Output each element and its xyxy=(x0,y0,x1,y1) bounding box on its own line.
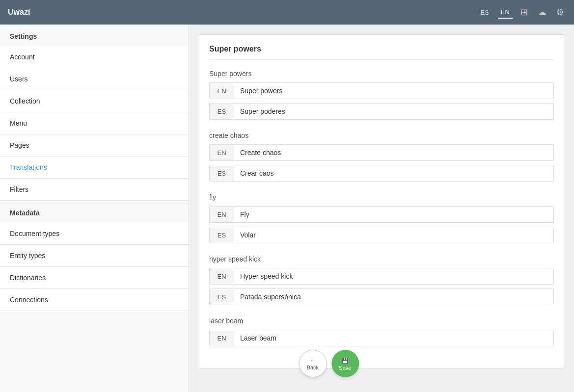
lang-tag: ES xyxy=(210,166,234,181)
back-button[interactable]: ← Back xyxy=(299,350,327,377)
lang-es-button[interactable]: ES xyxy=(478,7,492,18)
translation-input[interactable] xyxy=(234,227,553,243)
sidebar-item-translations[interactable]: Translations xyxy=(0,157,189,179)
back-arrow-icon: ← xyxy=(310,358,315,364)
metadata-section-title: Metadata xyxy=(0,201,189,223)
translations-card: Super powers Super powersENEScreate chao… xyxy=(199,34,564,368)
translation-row: EN xyxy=(209,144,554,161)
translation-row: ES xyxy=(209,165,554,182)
translation-row: ES xyxy=(209,288,554,305)
sidebar-item-account[interactable]: Account xyxy=(0,46,189,68)
sidebar-item-connections[interactable]: Connections xyxy=(0,289,189,311)
lang-tag: ES xyxy=(210,104,234,119)
translation-group: laser beamEN xyxy=(209,317,554,346)
translation-row: EN xyxy=(209,268,554,285)
app-logo: Uwazi xyxy=(8,8,478,17)
sidebar-item-menu[interactable]: Menu xyxy=(0,112,189,134)
translation-row: EN xyxy=(209,82,554,99)
translation-group: Super powersENES xyxy=(209,70,554,120)
lang-tag: EN xyxy=(210,331,234,346)
lang-tag: EN xyxy=(210,269,234,284)
group-label: hyper speed kick xyxy=(209,255,554,263)
sidebar-item-entity-types[interactable]: Entity types xyxy=(0,245,189,267)
translation-input[interactable] xyxy=(234,145,553,160)
translation-row: EN xyxy=(209,206,554,223)
save-label: Save xyxy=(339,365,351,371)
lang-tag: EN xyxy=(210,145,234,160)
sidebar-item-document-types[interactable]: Document types xyxy=(0,223,189,245)
group-label: Super powers xyxy=(209,70,554,78)
main-title: Super powers xyxy=(209,45,554,60)
settings-section-title: Settings xyxy=(0,25,189,46)
sidebar-item-collection[interactable]: Collection xyxy=(0,90,189,112)
translation-groups: Super powersENEScreate chaosENESflyENESh… xyxy=(209,70,554,346)
topnav-right: ES EN ⊞ ☁ ⚙ xyxy=(478,5,566,20)
translation-input[interactable] xyxy=(234,268,553,284)
translation-input[interactable] xyxy=(234,207,553,222)
translation-group: flyENES xyxy=(209,193,554,243)
translation-input[interactable] xyxy=(234,83,553,99)
lang-tag: EN xyxy=(210,207,234,222)
settings-icon[interactable]: ⚙ xyxy=(554,5,566,20)
top-navigation: Uwazi ES EN ⊞ ☁ ⚙ xyxy=(0,0,574,25)
bottom-actions: ← Back 💾 Save xyxy=(299,350,359,377)
translation-row: ES xyxy=(209,103,554,120)
group-label: create chaos xyxy=(209,131,554,139)
sidebar-item-dictionaries[interactable]: Dictionaries xyxy=(0,267,189,289)
lang-tag: EN xyxy=(210,83,234,99)
translation-group: create chaosENES xyxy=(209,131,554,182)
lang-tag: ES xyxy=(210,289,234,305)
sidebar: Settings Account Users Collection Menu P… xyxy=(0,25,189,392)
translation-input[interactable] xyxy=(234,165,553,181)
sidebar-item-pages[interactable]: Pages xyxy=(0,134,189,157)
translation-input[interactable] xyxy=(234,289,553,305)
layout: Settings Account Users Collection Menu P… xyxy=(0,25,574,392)
save-button[interactable]: 💾 Save xyxy=(331,350,359,377)
lang-en-button[interactable]: EN xyxy=(498,6,513,19)
lang-tag: ES xyxy=(210,228,234,243)
group-label: fly xyxy=(209,193,554,201)
grid-icon[interactable]: ⊞ xyxy=(519,5,530,20)
translation-row: EN xyxy=(209,330,554,346)
sidebar-item-filters[interactable]: Filters xyxy=(0,179,189,201)
translation-input[interactable] xyxy=(234,330,553,346)
cloud-icon[interactable]: ☁ xyxy=(536,5,548,20)
translation-group: hyper speed kickENES xyxy=(209,255,554,305)
main-content: Super powers Super powersENEScreate chao… xyxy=(189,25,574,392)
save-icon: 💾 xyxy=(342,358,349,364)
translation-row: ES xyxy=(209,227,554,243)
back-label: Back xyxy=(307,365,319,370)
translation-input[interactable] xyxy=(234,104,553,119)
sidebar-item-users[interactable]: Users xyxy=(0,68,189,90)
group-label: laser beam xyxy=(209,317,554,325)
